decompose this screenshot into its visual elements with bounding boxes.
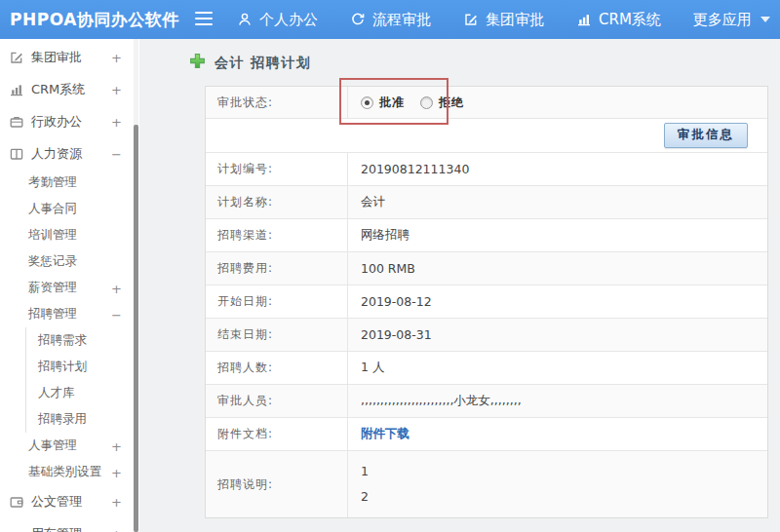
top-nav: 个人办公 流程审批 集团审批 CRM系统 更多应用	[237, 0, 770, 39]
nav-item-crm-system[interactable]: CRM系统	[576, 11, 661, 29]
sidebar-item-document-mgmt[interactable]: 公文管理 +	[0, 485, 139, 517]
radio-reject-unselected[interactable]	[420, 96, 433, 109]
sidebar-scrollbar-thumb[interactable]	[134, 125, 138, 532]
field-label: 招聘人数:	[206, 352, 348, 384]
attachment-download-link[interactable]: 附件下载	[361, 426, 410, 442]
sidebar-item-label: 招聘需求	[38, 332, 87, 349]
approval-options: 批准 拒绝	[348, 87, 767, 118]
sidebar-item-label: 人才库	[38, 385, 75, 401]
field-label: 结束日期:	[206, 319, 348, 351]
sidebar-item-base-category[interactable]: 基础类别设置 +	[0, 459, 139, 485]
page-title: 会计 招聘计划	[214, 55, 311, 72]
hamburger-menu-icon[interactable]	[195, 12, 213, 27]
field-value: ,,,,,,,,,,,,,,,,,,,,,,,,小龙女,,,,,,,,	[348, 385, 767, 417]
table-row-description: 招聘说明: 1 2	[206, 451, 767, 517]
sidebar-item-salary-mgmt[interactable]: 薪资管理 +	[0, 275, 139, 301]
nav-label: 集团审批	[486, 11, 544, 29]
expand-toggle[interactable]: +	[111, 115, 122, 128]
sidebar-item-reward-punish[interactable]: 奖惩记录	[0, 248, 139, 275]
table-row-end-date: 结束日期: 2019-08-31	[206, 319, 767, 352]
bar-chart-icon	[9, 82, 24, 97]
page-header: 会计 招聘计划	[189, 53, 311, 73]
sidebar-item-label: 基础类别设置	[28, 464, 101, 480]
table-row-plan-name: 计划名称: 会计	[206, 186, 767, 219]
radio-approve-selected[interactable]	[361, 96, 373, 109]
app-logo: PHPOA协同办公软件	[10, 0, 179, 39]
sidebar-item-label: 薪资管理	[28, 280, 77, 296]
nav-label: 更多应用	[693, 11, 752, 29]
sidebar-item-label: 人事管理	[28, 437, 77, 454]
sidebar-item-human-resources[interactable]: 人力资源 −	[0, 137, 139, 170]
book-icon	[9, 146, 24, 162]
main-content: 会计 招聘计划 审批状态: 批准 拒绝	[139, 39, 780, 532]
approve-info-button[interactable]: 审批信息	[664, 123, 748, 148]
nav-item-group-approval[interactable]: 集团审批	[463, 11, 544, 29]
sidebar-item-crm-system[interactable]: CRM系统 +	[0, 73, 139, 105]
person-icon	[237, 12, 253, 27]
sidebar-item-personnel-mgmt[interactable]: 人事管理 +	[0, 433, 139, 459]
expand-toggle[interactable]: +	[111, 466, 122, 478]
briefcase-icon	[9, 114, 24, 130]
radio-option-approve[interactable]: 批准	[361, 95, 405, 111]
sidebar-item-label: CRM系统	[31, 81, 85, 98]
sidebar-item-label: 招聘计划	[38, 359, 87, 375]
sidebar-item-admin-office[interactable]: 行政办公 +	[0, 105, 139, 137]
sidebar-item-recruit-plan[interactable]: 招聘计划	[26, 354, 139, 380]
topbar: PHPOA协同办公软件 个人办公 流程审批 集团审批	[0, 0, 780, 39]
field-label: 计划名称:	[206, 186, 348, 218]
sidebar: 集团审批 + CRM系统 + 行政办公 + 人	[0, 39, 139, 532]
nav-label: 流程审批	[372, 11, 431, 29]
field-value: 100 RMB	[348, 252, 767, 285]
car-icon	[9, 526, 24, 532]
field-label: 附件文档:	[206, 418, 348, 450]
expand-toggle[interactable]: +	[111, 495, 122, 508]
sidebar-item-label: 奖惩记录	[28, 253, 77, 270]
nav-item-process-approval[interactable]: 流程审批	[350, 11, 431, 29]
field-value: 2019-08-12	[348, 285, 767, 318]
collapse-toggle[interactable]: −	[111, 308, 122, 321]
table-row-approval-status: 审批状态: 批准 拒绝	[206, 87, 767, 119]
expand-toggle[interactable]: +	[111, 51, 122, 63]
field-value: 网络招聘	[348, 219, 767, 251]
field-value: 会计	[348, 186, 767, 218]
sidebar-item-hr-contract[interactable]: 人事合同	[0, 196, 139, 222]
field-value: 1 人	[348, 352, 767, 384]
field-label: 审批状态:	[206, 87, 348, 118]
nav-item-personal-office[interactable]: 个人办公	[237, 11, 318, 29]
sidebar-item-label: 人事合同	[28, 201, 77, 217]
sidebar-item-label: 行政办公	[31, 113, 82, 131]
sidebar-item-recruit-demand[interactable]: 招聘需求	[26, 327, 139, 354]
sidebar-item-label: 公文管理	[31, 493, 82, 511]
sidebar-item-recruit-hire[interactable]: 招聘录用	[26, 406, 139, 433]
field-label: 招聘费用:	[206, 252, 348, 285]
sidebar-item-vehicle-mgmt[interactable]: 用车管理 +	[0, 517, 139, 532]
radio-label: 拒绝	[439, 95, 464, 111]
bar-chart-icon	[576, 12, 592, 27]
add-plus-icon	[189, 53, 206, 73]
sidebar-item-label: 招聘管理	[28, 306, 77, 323]
sidebar-item-group-approval[interactable]: 集团审批 +	[0, 41, 139, 73]
table-row-approvers: 审批人员: ,,,,,,,,,,,,,,,,,,,,,,,,小龙女,,,,,,,…	[206, 385, 767, 418]
expand-toggle[interactable]: +	[111, 439, 122, 452]
field-label: 开始日期:	[206, 285, 348, 318]
sidebar-item-recruit-mgmt[interactable]: 招聘管理 −	[0, 301, 139, 327]
table-row-attachment: 附件文档: 附件下载	[206, 418, 767, 451]
sidebar-item-talent-pool[interactable]: 人才库	[26, 380, 139, 406]
sidebar-scrollbar	[134, 39, 138, 532]
expand-toggle[interactable]: +	[111, 282, 122, 294]
table-row-recruit-channel: 招聘渠道: 网络招聘	[206, 219, 767, 252]
table-row-recruit-cost: 招聘费用: 100 RMB	[206, 252, 767, 285]
expand-toggle[interactable]: +	[111, 527, 122, 532]
sidebar-item-attendance-mgmt[interactable]: 考勤管理	[0, 170, 139, 196]
nav-label: CRM系统	[599, 11, 661, 29]
nav-item-more-apps[interactable]: 更多应用	[693, 11, 770, 29]
field-value: 1 2	[348, 451, 767, 517]
expand-toggle[interactable]: +	[111, 83, 122, 95]
collapse-toggle[interactable]: −	[111, 147, 122, 160]
app-window: PHPOA协同办公软件 个人办公 流程审批 集团审批	[0, 0, 780, 532]
sidebar-item-training-mgmt[interactable]: 培训管理	[0, 222, 139, 248]
refresh-icon	[350, 12, 366, 27]
document-icon	[9, 494, 24, 510]
sidebar-item-label: 用车管理	[31, 525, 82, 532]
radio-option-reject[interactable]: 拒绝	[420, 95, 464, 111]
